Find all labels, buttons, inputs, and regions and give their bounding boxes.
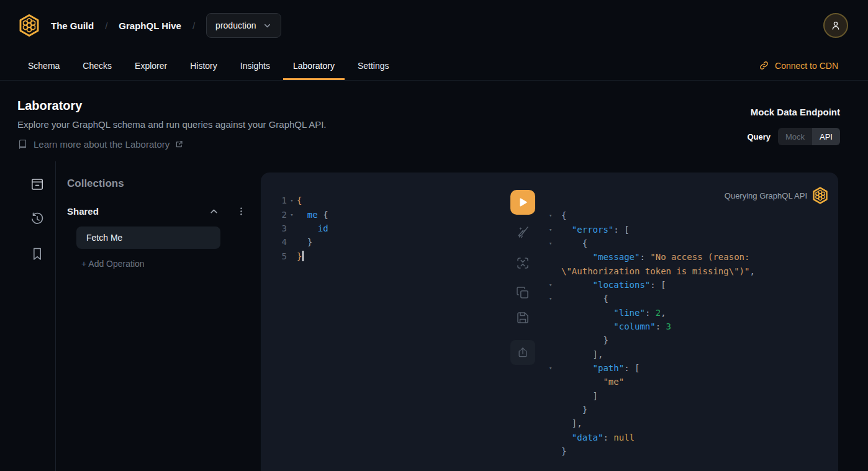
add-operation-button[interactable]: + Add Operation: [81, 259, 145, 269]
fold-toggle-icon[interactable]: ▾: [287, 212, 297, 218]
fold-toggle-icon[interactable]: ▾: [549, 227, 561, 233]
save-operation-button[interactable]: [515, 310, 530, 325]
workspace: Collections Shared Fetch Me + Add Operat…: [0, 161, 868, 471]
target-selector[interactable]: production: [206, 13, 281, 38]
collection-group-row: Shared: [67, 206, 246, 217]
history-icon: [30, 212, 45, 227]
top-header: The Guild / GraphQL Hive / production: [0, 0, 868, 51]
learn-more-link[interactable]: Learn more about the Laboratory: [17, 139, 327, 150]
fold-toggle-icon[interactable]: ▾: [549, 295, 561, 302]
code-line: ],: [549, 416, 828, 430]
breadcrumb-separator: /: [192, 20, 195, 31]
code-text: \"Authorization token is missing\")",: [561, 266, 755, 276]
hive-logo[interactable]: [19, 14, 40, 37]
code-text: "path": [: [561, 363, 640, 373]
query-label: Query: [747, 132, 771, 141]
merge-fragments-button[interactable]: [515, 256, 530, 271]
copy-query-button[interactable]: [515, 285, 530, 300]
collection-items: Fetch Me: [67, 227, 246, 249]
tab-schema[interactable]: Schema: [18, 51, 70, 80]
external-link-icon: [175, 140, 183, 148]
code-text: }: [297, 251, 304, 261]
line-number: 3: [279, 223, 287, 233]
copy-icon: [515, 285, 530, 300]
prettify-icon: [515, 225, 530, 240]
group-menu-button[interactable]: [237, 207, 246, 216]
code-text: {: [297, 195, 302, 205]
code-text: {: [561, 238, 587, 248]
fold-toggle-icon[interactable]: ▾: [287, 197, 297, 204]
code-text: }: [561, 405, 587, 415]
endpoint-option-api[interactable]: API: [812, 128, 840, 145]
bookmarks-rail-button[interactable]: [30, 246, 45, 261]
tab-history[interactable]: History: [180, 51, 227, 80]
code-text: "locations": [: [561, 280, 666, 290]
tab-explorer[interactable]: Explorer: [125, 51, 177, 80]
code-line: ▾ "locations": [: [549, 278, 828, 292]
book-icon: [17, 139, 28, 150]
code-line: }: [549, 403, 828, 416]
code-text: {: [561, 294, 608, 303]
tab-laboratory[interactable]: Laboratory: [283, 51, 345, 80]
line-number: 5: [279, 251, 287, 261]
breadcrumb-project[interactable]: GraphQL Hive: [119, 20, 181, 31]
hive-logo-small-icon: [812, 187, 828, 204]
collection-item[interactable]: Fetch Me: [76, 227, 220, 249]
code-text: "line": 2,: [561, 308, 666, 318]
user-avatar[interactable]: [823, 13, 848, 38]
breadcrumb-separator: /: [105, 20, 107, 31]
code-text: }: [561, 446, 566, 456]
save-icon: [515, 310, 530, 325]
code-text: "errors": [: [561, 225, 630, 235]
collapse-group-button[interactable]: [209, 206, 219, 217]
connect-cdn-link[interactable]: Connect to CDN: [759, 51, 838, 80]
fold-toggle-icon[interactable]: ▾: [549, 240, 561, 246]
breadcrumb-org[interactable]: The Guild: [51, 20, 94, 31]
code-text: ],: [561, 418, 582, 428]
code-text: "column": 3: [561, 321, 671, 331]
code-text: me {: [297, 210, 328, 220]
tab-settings[interactable]: Settings: [348, 51, 399, 80]
collections-rail-button[interactable]: [30, 177, 45, 192]
code-line: }: [549, 333, 828, 347]
hive-logo-icon: [19, 14, 40, 37]
fold-toggle-icon[interactable]: ▾: [549, 282, 561, 288]
code-line: 4 }: [279, 235, 510, 249]
collections-panel: Collections Shared Fetch Me + Add Operat…: [56, 161, 261, 471]
history-rail-button[interactable]: [30, 212, 45, 227]
merge-icon: [515, 256, 530, 271]
endpoint-option-mock[interactable]: Mock: [778, 128, 812, 145]
query-editor[interactable]: 1▾{2▾ me {3 id4 }5}: [261, 173, 510, 471]
play-icon: [517, 196, 529, 209]
code-line: \"Authorization token is missing\")",: [549, 264, 828, 277]
connect-cdn-label: Connect to CDN: [775, 61, 838, 71]
code-text: "message": "No access (reason:: [561, 252, 749, 262]
code-line: ▾{: [549, 209, 828, 222]
fold-toggle-icon[interactable]: ▾: [549, 212, 561, 218]
code-text: }: [297, 237, 312, 247]
response-header: Querying GraphQL API: [549, 187, 828, 204]
prettify-query-button[interactable]: [515, 225, 530, 240]
code-text: "me": [561, 377, 624, 387]
code-line: "line": 2,: [549, 305, 828, 319]
nav-tabs: SchemaChecksExplorerHistoryInsightsLabor…: [18, 51, 399, 80]
chevron-up-icon: [209, 206, 219, 217]
tab-checks[interactable]: Checks: [73, 51, 122, 80]
share-operation-button[interactable]: [510, 340, 535, 365]
execute-query-button[interactable]: [510, 190, 535, 215]
kebab-menu-icon: [237, 207, 246, 216]
page-head: Laboratory Explore your GraphQL schema a…: [0, 81, 868, 150]
code-line: ▾ "path": [: [549, 361, 828, 375]
code-line: "message": "No access (reason:: [549, 250, 828, 264]
line-number: 4: [279, 237, 287, 247]
editor-toolbar: [510, 173, 535, 471]
collection-group-label[interactable]: Shared: [67, 206, 209, 217]
fold-toggle-icon[interactable]: ▾: [549, 365, 561, 371]
code-text: ],: [561, 349, 603, 359]
page-title: Laboratory: [17, 98, 327, 113]
tab-insights[interactable]: Insights: [230, 51, 280, 80]
collections-title: Collections: [67, 177, 246, 190]
learn-more-label: Learn more about the Laboratory: [34, 139, 170, 150]
code-line: ▾ {: [549, 236, 828, 250]
plugin-rail: [0, 161, 56, 471]
